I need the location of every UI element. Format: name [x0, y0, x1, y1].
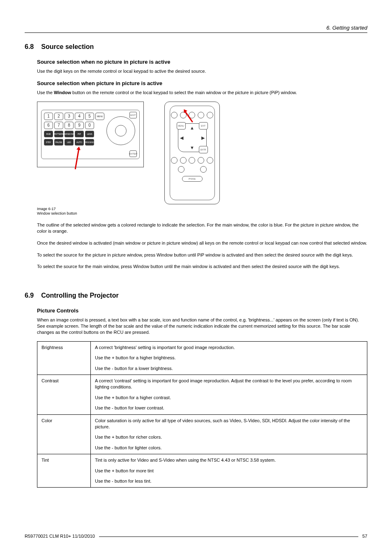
section-69-title: 6.9Controlling the Projector: [25, 292, 367, 299]
digit-key: 6: [44, 122, 53, 129]
arrow-down-icon: ▼: [190, 145, 194, 150]
func-key: STBY: [44, 139, 53, 146]
digit-key: 2: [54, 113, 63, 120]
s68-p2: Once the desired window is activated (ma…: [37, 240, 367, 246]
sub-68-1-title: Source selection when no picture in pict…: [37, 59, 367, 65]
r2-button: [207, 112, 213, 118]
control-desc-p: Use the - button for a lower brightness.: [95, 365, 363, 372]
table-row: Contrast A correct 'contrast' setting is…: [37, 375, 367, 414]
footer-page: 57: [362, 534, 367, 539]
control-desc-p: Use the + button for a higher brightness…: [95, 355, 363, 361]
control-label: Tint: [37, 454, 91, 488]
control-desc-p: A correct 'contrast' setting is importan…: [95, 378, 363, 391]
r2-button: [189, 157, 195, 164]
table-row: Tint Tint is only active for Video and S…: [37, 454, 367, 488]
footer-doc: R59770021 CLM R10+ 11/10/2010: [25, 534, 95, 539]
remote2-body: MENU EXIT ENTR ▲ ▼ ◀ ▶ PHASE: [170, 106, 215, 200]
func-key: PIP: [75, 131, 84, 137]
r2-button: [198, 112, 204, 118]
control-desc: A correct 'contrast' setting is importan…: [91, 375, 367, 414]
remote2-illustration: MENU EXIT ENTR ▲ ▼ ◀ ▶ PHASE: [164, 102, 220, 204]
digit-key: 5: [85, 113, 94, 120]
image-caption-num: Image 6-17: [37, 207, 56, 211]
r2-button: [198, 157, 204, 164]
func-key: RIGGING: [85, 139, 94, 146]
menu-key: MENU: [95, 113, 104, 120]
r2-button: [171, 112, 178, 118]
control-desc-p: Use the + button for richer colors.: [95, 434, 363, 440]
r2-dpad: MENU EXIT ENTR ▲ ▼ ◀ ▶: [178, 123, 207, 152]
sub-69-title: Picture Controls: [37, 308, 367, 314]
control-label: Brightness: [37, 341, 91, 375]
sub-68-2-title: Source selection when picture in picture…: [37, 80, 367, 86]
control-desc: Tint is only active for Video and S-Vide…: [91, 454, 367, 488]
digit-key: 1: [44, 113, 53, 120]
func-key: PAUSE: [54, 139, 63, 146]
s68-p3: To select the source for the picture in …: [37, 252, 367, 258]
control-desc-p: Use the + button for a higher contrast.: [95, 395, 363, 401]
enter-key: ENTER: [129, 150, 137, 157]
r2-button: [171, 157, 178, 164]
func-key: AUTO: [75, 139, 84, 146]
r2-menu-key: MENU: [177, 122, 186, 130]
arrow-up-icon: ▲: [190, 125, 194, 130]
arrow-left-icon: ◀: [180, 135, 183, 140]
section-68-name: Source selection: [41, 43, 94, 50]
digit-key: 9: [75, 122, 84, 129]
sub-68-1-text: Use the digit keys on the remote control…: [37, 68, 367, 74]
func-key: LED: [65, 139, 74, 146]
page-footer: R59770021 CLM R10+ 11/10/2010 57: [25, 531, 367, 539]
control-label: Contrast: [37, 375, 91, 414]
control-desc-p: Use the + button for more tint: [95, 468, 363, 474]
func-key: WINDOW: [65, 131, 74, 137]
r2-entr-key: ENTR: [199, 146, 208, 153]
r2-exit-key: EXIT: [199, 122, 208, 130]
sub-68-2-text-b: button on the remote control or the loca…: [71, 90, 297, 95]
callout-arrow-icon: [75, 149, 80, 169]
func-key: PATTERN: [54, 131, 63, 137]
digit-key: 0: [85, 122, 94, 129]
r2-button: [180, 157, 187, 164]
nav-pad: [106, 116, 135, 145]
section-69-num: 6.9: [25, 292, 34, 299]
digit-key: 7: [54, 122, 63, 129]
arrow-right-icon: ▶: [201, 135, 205, 140]
func-key: RGB: [44, 131, 53, 137]
sub-68-2-text-a: Use the: [37, 90, 54, 95]
picture-controls-table: Brightness A correct 'brightness' settin…: [37, 341, 367, 488]
section-68-num: 6.8: [25, 43, 34, 51]
r2-button: [207, 157, 213, 164]
control-desc: Color saturation is only active for all …: [91, 414, 367, 454]
r2-button: [178, 166, 184, 173]
footer-rule: [99, 536, 358, 537]
remote1-keypad: 1 2 3 4 5 MENU 6 7 8 9 0 RGB PATTERN WIN…: [41, 110, 140, 159]
section-69-name: Controlling the Projector: [41, 292, 118, 299]
s69-intro: When an image control is pressed, a text…: [37, 317, 367, 335]
remote-images-row: 1 2 3 4 5 MENU 6 7 8 9 0 RGB PATTERN WIN…: [37, 102, 367, 204]
digit-key: 4: [75, 113, 84, 120]
image-caption-desc: Window selection button: [37, 211, 77, 215]
image-caption: Image 6-17 Window selection button: [37, 207, 367, 216]
chapter-title: 6. Getting started: [326, 25, 367, 31]
exit-key: EXIT: [129, 112, 137, 118]
s68-p4: To select the source for the main window…: [37, 264, 367, 270]
control-desc-p: Use the - button for less tint.: [95, 478, 363, 484]
control-desc-p: Use the - button for lighter colors.: [95, 445, 363, 451]
s68-p1: The outline of the selected window gets …: [37, 222, 367, 234]
digit-key: 3: [65, 113, 74, 120]
control-desc-p: A correct 'brightness' setting is import…: [95, 345, 363, 351]
sub-68-2-text-bold: Window: [54, 90, 71, 95]
table-row: Brightness A correct 'brightness' settin…: [37, 341, 367, 375]
control-desc-p: Use the - button for lower contrast.: [95, 405, 363, 411]
r2-button: [200, 166, 207, 173]
page-header: 6. Getting started: [25, 25, 367, 33]
control-desc-p: Tint is only active for Video and S-Vide…: [95, 457, 363, 463]
r2-phase-key: PHASE: [182, 176, 203, 182]
digit-key: 8: [65, 122, 74, 129]
control-desc-p: Color saturation is only active for all …: [95, 418, 363, 430]
sub-68-2-text: Use the Window button on the remote cont…: [37, 90, 367, 96]
remote1-illustration: 1 2 3 4 5 MENU 6 7 8 9 0 RGB PATTERN WIN…: [37, 102, 144, 167]
control-desc: A correct 'brightness' setting is import…: [91, 341, 367, 375]
control-label: Color: [37, 414, 91, 454]
func-key: LENS: [85, 131, 94, 137]
